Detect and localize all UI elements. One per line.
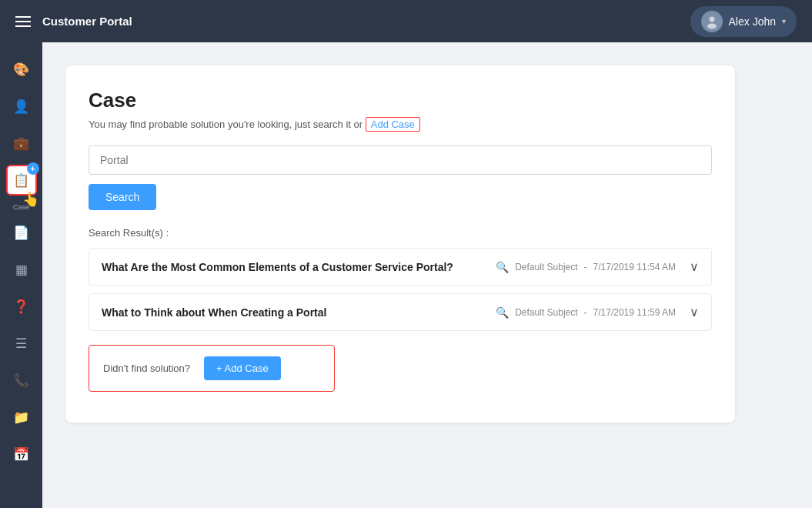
result-meta-1: 🔍 Default Subject - 7/17/2019 11:54 AM ∨ — [496, 259, 699, 274]
results-label: Search Result(s) : — [89, 227, 712, 239]
plus-badge-icon: + — [27, 162, 39, 175]
sidebar-item-case[interactable]: 📋 + 👆 — [6, 165, 37, 196]
didnt-find-text: Didn't find solution? — [103, 363, 190, 374]
result-separator-2: - — [584, 307, 587, 318]
svg-point-1 — [709, 16, 714, 22]
subject-icon-2: 🔍 — [496, 306, 509, 319]
header-right: Alex John ▾ — [690, 6, 797, 37]
page-title: Case — [89, 89, 712, 112]
result-subject-2: Default Subject — [515, 307, 577, 318]
sidebar-item-list[interactable]: ☰ — [6, 328, 37, 359]
sidebar-item-case-label-wrap: Case — [13, 202, 29, 211]
header-left: Customer Portal — [15, 15, 132, 28]
hamburger-menu[interactable] — [15, 16, 31, 27]
add-case-button[interactable]: + Add Case — [204, 356, 281, 380]
result-row: What Are the Most Common Elements of a C… — [89, 248, 712, 286]
sidebar-item-table[interactable]: ▦ — [6, 254, 37, 285]
subtitle-text: You may find probable solution you're lo… — [89, 119, 363, 130]
result-title-2: What to Think about When Creating a Port… — [102, 306, 326, 319]
result-date-2: 7/17/2019 11:59 AM — [593, 307, 676, 318]
page-subtitle: You may find probable solution you're lo… — [89, 119, 712, 130]
svg-point-2 — [707, 23, 717, 28]
bottom-panel: Didn't find solution? + Add Case — [89, 345, 335, 392]
chevron-right-icon-1[interactable]: ∨ — [690, 259, 699, 274]
main-content: Case You may find probable solution you'… — [42, 42, 812, 508]
result-separator-1: - — [584, 262, 587, 272]
sidebar-item-briefcase[interactable]: 💼 — [6, 128, 37, 159]
chevron-right-icon-2[interactable]: ∨ — [690, 305, 699, 319]
top-header: Customer Portal Alex John ▾ — [0, 0, 812, 42]
sidebar-item-dashboard[interactable]: 🎨 — [6, 54, 37, 85]
sidebar-item-phone[interactable]: 📞 — [6, 365, 37, 396]
add-case-inline-link[interactable]: Add Case — [366, 117, 420, 132]
sidebar-item-file[interactable]: 📁 — [6, 402, 37, 433]
subject-icon-1: 🔍 — [496, 261, 509, 273]
user-menu[interactable]: Alex John ▾ — [690, 6, 797, 37]
sidebar-item-calendar[interactable]: 📅 — [6, 439, 37, 470]
result-subject-1: Default Subject — [515, 262, 577, 272]
sidebar-item-document[interactable]: 📄 — [6, 217, 37, 248]
sidebar: 🎨 👤 💼 📋 + 👆 Case 📄 ▦ ❓ ☰ 📞 📁 📅 — [0, 42, 42, 508]
case-icon: 📋 — [13, 172, 29, 189]
sidebar-item-help[interactable]: ❓ — [6, 291, 37, 322]
avatar — [701, 11, 723, 32]
content-card: Case You may find probable solution you'… — [65, 65, 735, 423]
search-button[interactable]: Search — [89, 184, 156, 210]
user-name: Alex John — [729, 15, 776, 28]
chevron-down-icon: ▾ — [782, 17, 786, 25]
sidebar-item-user[interactable]: 👤 — [6, 91, 37, 122]
result-date-1: 7/17/2019 11:54 AM — [593, 262, 676, 272]
result-row-2: What to Think about When Creating a Port… — [89, 293, 712, 331]
app-title: Customer Portal — [42, 15, 132, 28]
search-input[interactable] — [89, 145, 712, 175]
result-meta-2: 🔍 Default Subject - 7/17/2019 11:59 AM ∨ — [496, 305, 699, 319]
sidebar-case-label: Case — [13, 203, 29, 211]
result-title-1: What Are the Most Common Elements of a C… — [102, 261, 453, 273]
